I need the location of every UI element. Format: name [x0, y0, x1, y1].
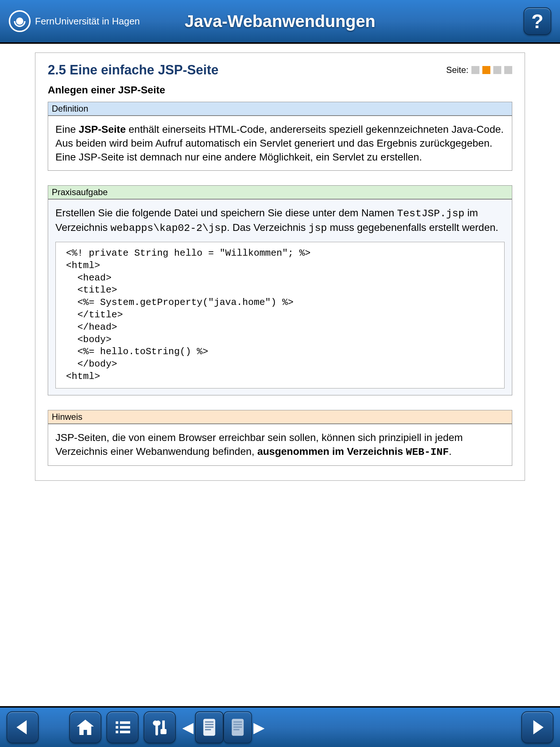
hint-mono: WEB-INF [406, 446, 449, 458]
pager-dot-1[interactable] [471, 66, 479, 74]
section-subtitle: Anlegen einer JSP-Seite [48, 84, 512, 96]
definition-head: Definition [48, 102, 512, 116]
toolbar: ◀ ▶ [0, 706, 560, 747]
hint-body: JSP-Seiten, die von einem Browser erreic… [48, 424, 512, 466]
task-t3: . Das Verzeichnis [227, 222, 308, 233]
pager-label: Seite: [446, 65, 468, 75]
prev-page-button[interactable] [7, 711, 39, 743]
pager-dot-3[interactable] [493, 66, 501, 74]
svg-marker-21 [533, 720, 544, 734]
svg-rect-12 [205, 721, 213, 723]
hint-bold: ausgenommen im Verzeichnis [257, 446, 406, 457]
svg-rect-15 [205, 729, 211, 731]
svg-rect-18 [233, 724, 242, 725]
svg-rect-13 [205, 724, 213, 725]
doc-current-icon[interactable] [195, 711, 223, 743]
svg-rect-20 [233, 729, 239, 731]
brand: FernUniversität in Hagen [9, 10, 140, 32]
definition-pre: Eine [55, 124, 79, 135]
svg-rect-19 [233, 727, 242, 728]
svg-point-0 [16, 18, 23, 25]
task-file: TestJSP.jsp [397, 208, 464, 219]
page-indicator: Seite: [446, 65, 512, 75]
home-button[interactable] [69, 711, 101, 743]
definition-box: Definition Eine JSP-Seite enthält einers… [48, 102, 512, 171]
chapter-heading: 2.5 Eine einfache JSP-Seite [48, 62, 218, 78]
help-button[interactable]: ? [524, 7, 551, 35]
doc-prev-button[interactable]: ◀ [181, 719, 195, 736]
toc-button[interactable] [106, 711, 139, 743]
pager-dot-4[interactable] [504, 66, 512, 74]
definition-bold: JSP-Seite [79, 124, 126, 135]
doc-nav-group: ◀ ▶ [181, 711, 266, 743]
task-t4: muss gegebenenfalls erstellt werden. [327, 222, 498, 233]
svg-rect-17 [233, 721, 242, 723]
next-page-button[interactable] [521, 711, 553, 743]
doc-next-icon[interactable] [223, 711, 252, 743]
task-dir2: jsp [308, 222, 327, 234]
task-box: Praxisaufgabe Erstellen Sie die folgende… [48, 185, 512, 395]
svg-rect-3 [116, 721, 118, 724]
help-icon: ? [532, 10, 544, 32]
svg-rect-7 [116, 731, 118, 733]
brand-logo-icon [9, 10, 31, 32]
svg-marker-1 [16, 720, 27, 734]
hint-head: Hinweis [48, 410, 512, 424]
svg-rect-8 [120, 731, 130, 733]
svg-rect-10 [160, 729, 166, 734]
task-dir: webapps\kap02-2\jsp [110, 222, 227, 234]
doc-next-button[interactable]: ▶ [252, 719, 266, 736]
code-block: <%! private String hello = "Willkommen";… [55, 242, 505, 388]
svg-rect-5 [116, 726, 118, 729]
definition-body: Eine JSP-Seite enthält einerseits HTML-C… [48, 116, 512, 170]
pager-dot-2[interactable] [482, 66, 490, 74]
task-t1: Erstellen Sie die folgende Datei und spe… [55, 207, 397, 218]
tools-button[interactable] [144, 711, 176, 743]
task-head: Praxisaufgabe [48, 186, 512, 200]
hint-box: Hinweis JSP-Seiten, die von einem Browse… [48, 410, 512, 466]
hint-t2: . [449, 446, 452, 457]
svg-marker-2 [77, 720, 94, 735]
svg-rect-4 [120, 721, 130, 724]
brand-name: FernUniversität in Hagen [35, 16, 140, 27]
task-body: Erstellen Sie die folgende Datei und spe… [48, 200, 512, 395]
svg-rect-14 [205, 727, 213, 728]
content-frame: 2.5 Eine einfache JSP-Seite Seite: Anleg… [35, 53, 525, 481]
app-header: FernUniversität in Hagen Java-Webanwendu… [0, 0, 560, 44]
svg-rect-6 [120, 726, 130, 729]
